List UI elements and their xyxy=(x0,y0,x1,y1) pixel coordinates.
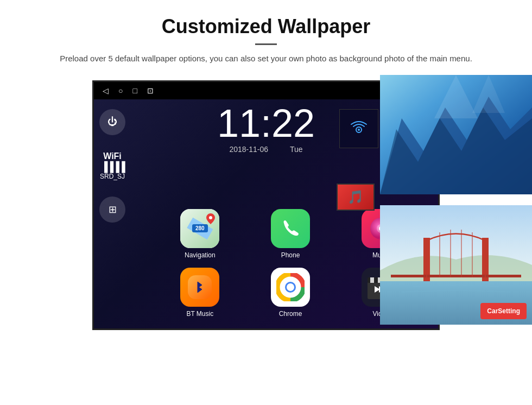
phone-icon xyxy=(271,209,310,248)
photo-top xyxy=(380,75,532,194)
chrome-label: Chrome xyxy=(279,310,302,318)
music-thumbnail: 🎵 xyxy=(337,183,375,211)
page-title: Customized Wallpaper xyxy=(43,15,489,38)
wifi-label: WiFi xyxy=(100,151,125,161)
device-area: ◁ ○ □ ⊡ ♦ ▼ 11:22 11:22 2018-11-06 Tue xyxy=(0,75,532,346)
app-item-btmusic[interactable]: BT Music xyxy=(159,268,241,318)
back-icon[interactable]: ◁ xyxy=(103,86,109,95)
notification-icon[interactable]: ⊡ xyxy=(147,86,154,95)
power-icon: ⏻ xyxy=(107,116,117,128)
wifi-bars: ▐▐▐▐ xyxy=(100,161,125,173)
wifi-info: WiFi ▐▐▐▐ SRD_SJ xyxy=(100,151,125,180)
left-sidebar: ⏻ WiFi ▐▐▐▐ SRD_SJ ⊞ xyxy=(99,109,125,223)
svg-point-2 xyxy=(209,216,212,219)
svg-point-9 xyxy=(287,283,294,291)
grid-icon: ⊞ xyxy=(109,204,117,216)
app-item-phone[interactable]: Phone xyxy=(250,209,332,259)
status-nav-icons: ◁ ○ □ ⊡ xyxy=(103,86,154,95)
app-item-chrome[interactable]: Chrome xyxy=(250,268,332,318)
svg-rect-26 xyxy=(391,275,521,277)
wireless-icon xyxy=(348,118,370,140)
btmusic-icon xyxy=(180,268,219,307)
page-description: Preload over 5 default wallpaper options… xyxy=(43,53,489,65)
home-icon[interactable]: ○ xyxy=(118,86,123,95)
right-photos: 🎵 xyxy=(369,75,532,325)
wifi-network: SRD_SJ xyxy=(100,173,125,180)
maps-shield: 280 xyxy=(192,224,208,232)
carsetting-button[interactable]: CarSetting xyxy=(480,303,527,319)
page-header: Customized Wallpaper Preload over 5 defa… xyxy=(0,0,532,75)
clock-date-left: 2018-11-06 xyxy=(229,145,268,154)
ice-photo-svg xyxy=(380,75,532,194)
phone-svg xyxy=(280,218,301,239)
navigation-label: Navigation xyxy=(185,251,216,259)
apps-button[interactable]: ⊞ xyxy=(99,197,125,223)
phone-label: Phone xyxy=(281,251,300,259)
navigation-icon: 280 xyxy=(180,209,219,248)
btmusic-svg xyxy=(188,275,212,299)
recent-icon[interactable]: □ xyxy=(132,86,137,95)
title-divider xyxy=(255,43,277,45)
maps-pin-icon xyxy=(206,213,215,224)
svg-point-1 xyxy=(358,129,360,131)
btmusic-label: BT Music xyxy=(186,310,213,318)
svg-rect-6 xyxy=(188,275,212,299)
app-item-navigation[interactable]: 280 Navigation xyxy=(159,209,241,259)
clock-date-right: Tue xyxy=(290,145,303,154)
power-button[interactable]: ⏻ xyxy=(99,109,125,135)
chrome-svg xyxy=(276,273,305,301)
chrome-icon xyxy=(271,268,310,307)
